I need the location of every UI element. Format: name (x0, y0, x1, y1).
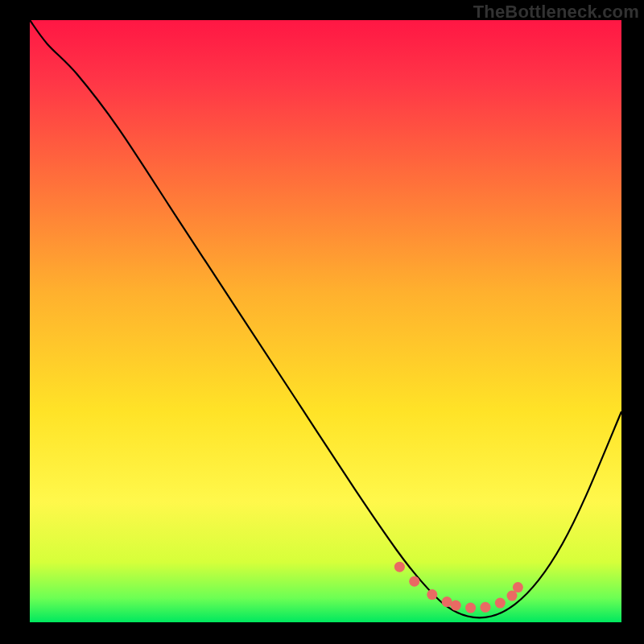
data-marker (451, 601, 461, 611)
data-marker (394, 562, 405, 572)
bottleneck-chart (0, 0, 644, 644)
data-marker (465, 603, 476, 613)
data-marker (513, 582, 523, 592)
data-marker (409, 576, 419, 587)
data-marker (507, 591, 518, 601)
data-marker (480, 602, 490, 613)
chart-frame: TheBottleneck.com (0, 0, 644, 644)
watermark-text: TheBottleneck.com (473, 2, 639, 23)
plot-background (30, 20, 621, 622)
data-marker (427, 589, 437, 600)
data-marker (495, 598, 506, 609)
